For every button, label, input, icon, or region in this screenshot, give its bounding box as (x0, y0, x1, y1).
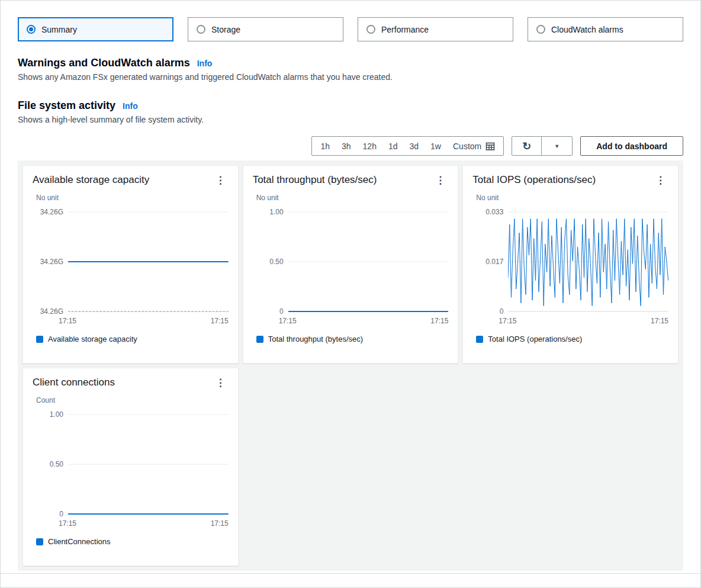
activity-section-description: Shows a high-level summary of file syste… (18, 115, 683, 124)
chart-title: Available storage capacity (33, 174, 149, 186)
legend-color-swatch (36, 336, 43, 343)
x-axis-labels: 17:15 17:15 (499, 317, 668, 325)
activity-info-link[interactable]: Info (123, 101, 138, 111)
chart-unit-label: Count (36, 396, 229, 404)
charts-region: Available storage capacity ⋮ No unit 34.… (18, 160, 683, 571)
time-range-1w[interactable]: 1w (425, 137, 447, 155)
y-tick-label: 1.00 (50, 410, 63, 419)
chart-card: Total IOPS (operations/sec) ⋮ No unit 0.… (462, 165, 679, 364)
time-range-1h[interactable]: 1h (314, 137, 336, 155)
y-tick-label: 34.26G (40, 307, 63, 316)
x-axis-labels: 17:15 17:15 (279, 317, 449, 325)
kebab-menu-button[interactable]: ⋮ (652, 174, 668, 187)
y-tick-label: 0.50 (50, 460, 63, 468)
refresh-button[interactable]: ↻ (512, 137, 541, 155)
legend-color-swatch (476, 336, 483, 343)
tab-label: Summary (41, 25, 77, 34)
y-tick-label: 0.033 (485, 208, 503, 216)
x-tick-right: 17:15 (651, 317, 668, 325)
chart-legend[interactable]: ClientConnections (36, 537, 111, 546)
y-tick-label: 0 (279, 307, 284, 316)
y-axis-labels: 0.0330.0170 (472, 211, 503, 312)
activity-section-title: File system activity (18, 99, 115, 112)
x-tick-left: 17:15 (59, 317, 76, 325)
legend-color-swatch (36, 538, 43, 545)
chart-unit-label: No unit (36, 194, 229, 202)
view-tabs: Summary Storage Performance CloudWatch a… (18, 17, 683, 41)
legend-label: ClientConnections (48, 537, 111, 546)
x-tick-right: 17:15 (430, 317, 448, 325)
chart-title: Total IOPS (operations/sec) (472, 174, 596, 186)
x-axis-labels: 17:15 17:15 (59, 317, 229, 325)
tab-label: CloudWatch alarms (551, 25, 623, 34)
tab-performance[interactable]: Performance (358, 17, 513, 41)
time-range-group: 1h 3h 12h 1d 3d 1w Custom (311, 136, 504, 156)
radio-icon (197, 25, 205, 34)
fsx-monitoring-page: Summary Storage Performance CloudWatch a… (0, 0, 701, 588)
warnings-section-description: Shows any Amazon FSx generated warnings … (18, 72, 683, 82)
chart-legend[interactable]: Total throughput (bytes/sec) (256, 335, 363, 343)
plot-area (68, 211, 229, 312)
custom-range-label: Custom (453, 142, 481, 151)
charts-grid: Available storage capacity ⋮ No unit 34.… (22, 165, 679, 566)
time-range-custom[interactable]: Custom (447, 137, 501, 155)
tab-cloudwatch-alarms[interactable]: CloudWatch alarms (528, 17, 683, 41)
y-tick-label: 34.26G (40, 208, 63, 216)
time-range-12h[interactable]: 12h (357, 137, 382, 155)
y-axis-labels: 1.000.500 (33, 414, 63, 515)
refresh-split-button: ↻ ▼ (512, 136, 573, 156)
y-tick-label: 0.50 (269, 258, 283, 266)
refresh-icon: ↻ (522, 140, 531, 153)
chart-card: Total throughput (bytes/sec) ⋮ No unit 1… (243, 165, 459, 364)
y-tick-label: 0 (500, 307, 504, 316)
chart-svg (508, 211, 668, 312)
x-tick-left: 17:15 (499, 317, 516, 325)
x-tick-right: 17:15 (211, 519, 229, 528)
plot-area (508, 211, 668, 312)
legend-label: Total throughput (bytes/sec) (268, 335, 363, 343)
legend-label: Available storage capacity (48, 335, 137, 343)
time-range-3h[interactable]: 3h (336, 137, 357, 155)
chart-svg (288, 211, 449, 312)
tab-label: Storage (211, 25, 240, 34)
chart-toolbar: 1h 3h 12h 1d 3d 1w Custom ↻ ▼ Add to das… (18, 136, 683, 156)
radio-icon (27, 25, 36, 34)
plot-area (288, 211, 449, 312)
kebab-menu-button[interactable]: ⋮ (213, 377, 229, 389)
y-tick-label: 1.00 (269, 208, 283, 216)
plot-area (68, 414, 229, 515)
x-tick-left: 17:15 (279, 317, 297, 325)
chevron-down-icon: ▼ (554, 143, 559, 149)
y-tick-label: 0 (59, 510, 63, 518)
y-tick-label: 34.26G (40, 258, 63, 266)
chart-svg (68, 211, 229, 312)
warnings-info-link[interactable]: Info (197, 59, 213, 68)
page-footer (1, 573, 700, 587)
legend-label: Total IOPS (operations/sec) (488, 335, 582, 343)
radio-icon (366, 25, 375, 34)
time-range-1d[interactable]: 1d (382, 137, 404, 155)
chart-legend[interactable]: Available storage capacity (36, 335, 137, 343)
add-to-dashboard-button[interactable]: Add to dashboard (580, 136, 683, 156)
refresh-options-button[interactable]: ▼ (541, 137, 572, 155)
tab-label: Performance (381, 25, 429, 34)
chart-legend[interactable]: Total IOPS (operations/sec) (476, 335, 582, 343)
chart-svg (68, 414, 229, 515)
chart-card: Client connections ⋮ Count 1.000.500 17:… (22, 368, 239, 566)
y-axis-labels: 1.000.500 (253, 211, 284, 312)
x-tick-left: 17:15 (59, 519, 76, 528)
time-range-3d[interactable]: 3d (404, 137, 425, 155)
kebab-menu-button[interactable]: ⋮ (213, 174, 229, 187)
tab-storage[interactable]: Storage (188, 17, 343, 41)
chart-title: Total throughput (bytes/sec) (253, 174, 377, 186)
y-tick-label: 0.017 (485, 258, 503, 266)
chart-unit-label: No unit (256, 194, 449, 202)
radio-icon (536, 25, 545, 34)
x-axis-labels: 17:15 17:15 (59, 519, 229, 528)
chart-unit-label: No unit (476, 194, 668, 202)
tab-summary[interactable]: Summary (18, 17, 173, 41)
kebab-menu-button[interactable]: ⋮ (432, 174, 448, 187)
warnings-section-title: Warnings and CloudWatch alarms (18, 57, 190, 69)
chart-title: Client connections (33, 377, 115, 388)
y-axis-labels: 34.26G34.26G34.26G (33, 211, 63, 312)
